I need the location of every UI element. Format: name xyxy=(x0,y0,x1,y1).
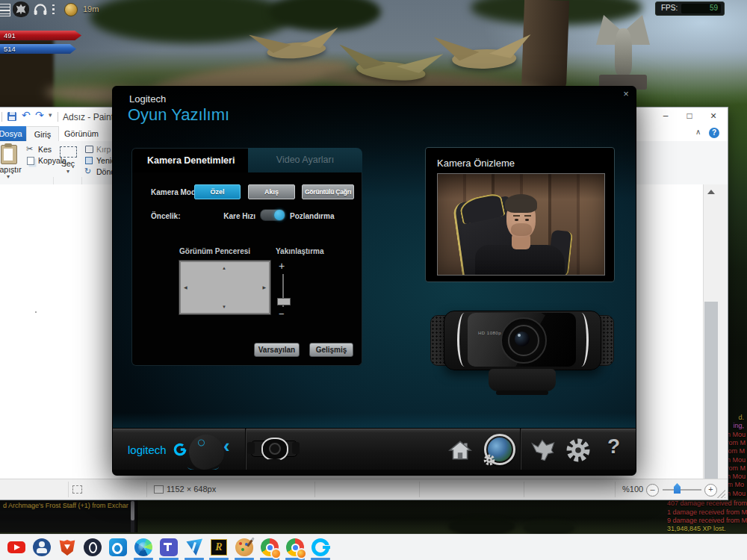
taskbar-chat-app[interactable] xyxy=(29,535,55,560)
chat-line: d Archmage's Frost Staff (+1) from Excha… xyxy=(3,502,128,509)
redo-button[interactable]: ↷ xyxy=(35,109,44,121)
collapse-ribbon-button[interactable]: ∧ xyxy=(695,128,701,136)
resize-grip[interactable] xyxy=(716,489,725,498)
health-bar: 491 xyxy=(0,31,81,40)
taskbar-brave[interactable] xyxy=(55,535,80,560)
pan-down-arrow[interactable]: ▼ xyxy=(222,305,226,309)
select-marquee-icon xyxy=(60,146,77,158)
priority-toggle[interactable] xyxy=(260,209,285,221)
taskbar-media-app[interactable] xyxy=(182,535,207,560)
taskbar-r-app[interactable]: R xyxy=(206,535,232,560)
taskbar-opera[interactable] xyxy=(80,535,105,560)
toggle-knob[interactable] xyxy=(274,210,285,220)
back-chevron[interactable]: ‹ xyxy=(223,435,230,458)
close-icon[interactable]: × xyxy=(619,87,633,101)
tab-video-settings[interactable]: Video Ayarları xyxy=(248,148,362,172)
help-icon[interactable]: ? xyxy=(607,435,620,458)
camera-panel-body: Kamera Modu: Özel Akış Görüntülü Çağrı Ö… xyxy=(131,172,362,366)
save-icon[interactable] xyxy=(7,112,16,121)
mode-button-custom[interactable]: Özel xyxy=(194,184,241,199)
fps-value: 59 xyxy=(681,4,718,12)
preview-video xyxy=(437,173,605,276)
canvas-mark xyxy=(35,311,37,313)
webcam-hd-badge: HD 1080p xyxy=(478,331,501,335)
globe-settings-icon[interactable] xyxy=(484,434,515,465)
wolf-profile-icon[interactable] xyxy=(530,437,557,467)
scrollbar-up-arrow[interactable] xyxy=(707,190,715,194)
resize-icon xyxy=(85,157,93,164)
logitech-window: Logitech Oyun Yazılımı × Kamera Denetiml… xyxy=(112,86,636,476)
priority-label: Öncelik: xyxy=(151,212,180,220)
pan-control[interactable]: ▲ ▼ ◀ ▶ xyxy=(179,261,270,314)
image-size-label: 1152 × 648px xyxy=(167,485,216,494)
taskbar-chrome-1[interactable] xyxy=(257,535,282,560)
chat-scrollbar[interactable] xyxy=(131,499,134,532)
taskbar-edge[interactable] xyxy=(131,535,156,560)
footer-separator xyxy=(245,429,246,470)
pan-right-arrow[interactable]: ▶ xyxy=(262,285,266,290)
minimap-grid-icon[interactable] xyxy=(0,4,10,16)
pan-window-label: Görünüm Penceresi xyxy=(179,247,250,255)
screen: { "game": { "distance": "19m", "fps_labe… xyxy=(0,0,747,560)
taskbar-chrome-2[interactable] xyxy=(282,535,308,560)
zoom-slider-handle[interactable] xyxy=(277,298,291,305)
app-icon xyxy=(84,538,102,556)
taskbar-logitech-g[interactable] xyxy=(308,535,333,560)
app-icon xyxy=(235,538,253,556)
taskbar-teams[interactable] xyxy=(156,535,182,560)
priority-framerate-label: Kare Hızı xyxy=(217,212,255,220)
webcam-accent-right xyxy=(574,313,589,367)
zoom-slider-track[interactable] xyxy=(663,489,701,491)
mode-button-stream[interactable]: Akış xyxy=(248,184,295,199)
qat-more-button[interactable]: ▾ xyxy=(49,111,52,119)
select-button[interactable]: Seç ▾ xyxy=(56,143,80,182)
canvas-scrollbar[interactable] xyxy=(703,184,719,479)
window-edge xyxy=(718,184,728,479)
app-icon xyxy=(185,538,203,556)
paste-button[interactable]: Yapıştır ▾ xyxy=(0,143,25,182)
webcam-product-image: HD 1080p xyxy=(430,303,613,396)
footer-glow xyxy=(113,413,636,428)
help-icon[interactable]: ? xyxy=(709,128,719,138)
maximize-button[interactable]: □ xyxy=(679,108,700,124)
advanced-button[interactable]: Gelişmiş xyxy=(309,343,353,357)
pan-left-arrow[interactable]: ◀ xyxy=(184,285,187,290)
zoom-slider-thumb[interactable] xyxy=(674,483,681,494)
menu-dots-icon[interactable] xyxy=(52,4,55,15)
app-icon xyxy=(109,538,127,556)
taskbar-outlook[interactable] xyxy=(105,535,131,560)
minimize-button[interactable]: – xyxy=(655,108,676,124)
mode-button-video-call[interactable]: Görüntülü Çağrı xyxy=(302,184,354,199)
undo-button[interactable]: ↶ xyxy=(22,109,31,121)
chat-scrollbar-thumb[interactable] xyxy=(131,501,134,520)
zoom-in-button[interactable]: + xyxy=(704,484,717,497)
qat-separator xyxy=(58,112,58,122)
mana-bar: 514 xyxy=(0,44,76,54)
zoom-level-label: %100 xyxy=(622,485,643,494)
home-icon[interactable] xyxy=(447,438,473,466)
distance-label: 19m xyxy=(83,4,99,13)
headphones-icon[interactable] xyxy=(32,1,49,17)
taskbar-youtube[interactable] xyxy=(4,535,29,560)
tab-file[interactable]: Dosya xyxy=(0,126,26,141)
zoom-plus-label[interactable]: + xyxy=(279,260,285,272)
zoom-out-button[interactable]: – xyxy=(646,484,659,497)
guild-emblem-icon[interactable] xyxy=(13,1,29,17)
tab-camera-controls[interactable]: Kamera Denetimleri xyxy=(131,148,249,173)
zoom-minus-label[interactable]: − xyxy=(279,308,285,320)
fps-counter: FPS: 59 xyxy=(655,1,725,16)
pan-up-arrow[interactable]: ▲ xyxy=(222,266,226,270)
device-thumbnail-webcam[interactable] xyxy=(251,433,296,466)
taskbar-paint[interactable] xyxy=(232,535,257,560)
close-button[interactable]: × xyxy=(703,108,724,124)
default-button[interactable]: Varsayılan xyxy=(254,343,300,357)
camera-preview-panel: Kamera Önizleme xyxy=(425,147,615,282)
wyvern-creature xyxy=(336,44,443,92)
fps-label: FPS: xyxy=(661,4,678,12)
tab-view[interactable]: Görünüm xyxy=(59,126,104,141)
tab-home[interactable]: Giriş xyxy=(26,126,59,141)
app-icon xyxy=(160,538,178,556)
window-title: Adsız - Paint xyxy=(63,112,114,122)
scrollbar-thumb[interactable] xyxy=(704,302,718,479)
gear-icon[interactable] xyxy=(564,436,592,467)
